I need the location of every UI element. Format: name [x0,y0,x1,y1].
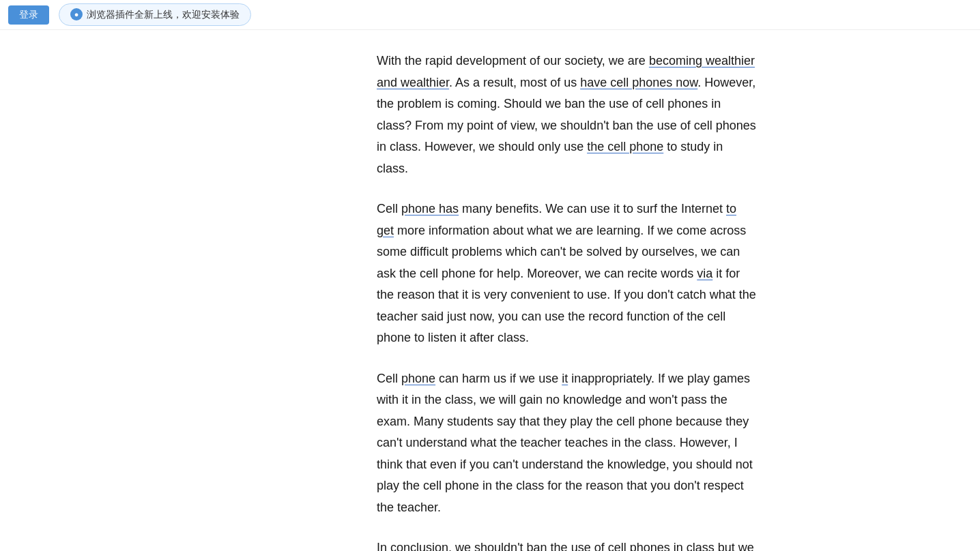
p1-text-1: With the rapid development of our societ… [377,54,649,68]
paragraph-3: Cell phone can harm us if we use it inap… [377,368,756,519]
p1-underline-2: have cell phones now [580,76,697,89]
plugin-notice-banner[interactable]: ● 浏览器插件全新上线，欢迎安装体验 [59,3,251,27]
paragraph-2: Cell phone has many benefits. We can use… [377,198,756,349]
p3-text-1: Cell [377,372,401,385]
paragraph-1: With the rapid development of our societ… [377,50,756,179]
paragraph-4: In conclusion, we shouldn't ban the use … [377,537,756,551]
login-button[interactable]: 登录 [8,5,49,25]
p1-underline-3: the cell phone [587,140,663,153]
p3-text-2: can harm us if we use [435,372,562,385]
topbar: 登录 ● 浏览器插件全新上线，欢迎安装体验 [0,0,980,30]
p2-underline-1: phone has [401,202,459,215]
p2-text-2: many benefits. We can use it to surf the… [459,202,726,215]
main-content: With the rapid development of our societ… [183,30,797,551]
plugin-icon: ● [70,8,83,20]
p2-text-1: Cell [377,202,401,215]
plugin-notice-text: 浏览器插件全新上线，欢迎安装体验 [87,7,240,23]
p4-text-1: In conclusion, we shouldn't ban the use … [377,541,754,551]
p2-text-3: more information about what we are learn… [377,224,746,280]
p3-underline-1: phone [401,372,435,385]
p3-underline-2: it [562,372,568,385]
p3-text-3: inappropriately. If we play games with i… [377,372,753,514]
p1-text-2: . As a result, most of us [449,76,580,89]
p2-underline-3: via [697,267,712,280]
